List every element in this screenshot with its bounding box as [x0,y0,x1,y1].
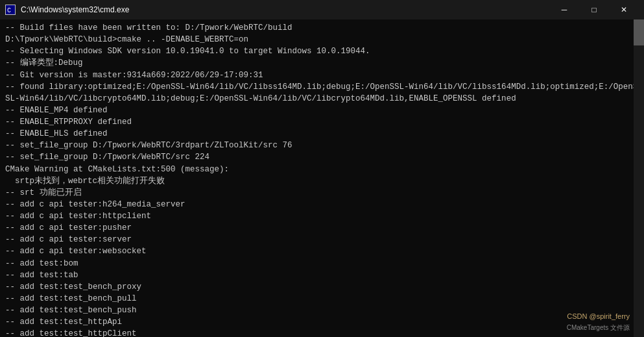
title-bar: C C:\Windows\system32\cmd.exe ─ □ ✕ [0,0,644,19]
terminal-line: -- add test:test_httpApi [5,316,639,328]
terminal-line: -- Selecting Windows SDK version 10.0.19… [5,45,639,57]
scrollbar[interactable] [634,19,644,337]
terminal-line: -- add test:test_bench_push [5,305,639,316]
terminal-line: D:\Tpwork\WebRTC\build>cmake .. -DENABLE… [5,34,639,45]
terminal-line: -- add test:bom [5,258,639,269]
terminal-line: -- add c api tester:h264_media_server [5,199,639,210]
terminal-line: -- add c api tester:pusher [5,222,639,234]
terminal-line: CMake Warning at CMakeLists.txt:500 (mes… [5,164,639,175]
close-button[interactable]: ✕ [609,0,639,19]
terminal-line: -- add c api tester:server [5,234,639,245]
terminal-line: -- add test:test_bench_proxy [5,281,639,293]
terminal-line: -- add test:test_httpClient [5,328,639,337]
watermark-line1: CSDN @spirit_ferry [567,311,630,323]
watermark: CSDN @spirit_ferry CMakeTargets 文件源 [567,311,630,333]
terminal-line: -- ENABLE_HLS defined [5,128,639,140]
cmd-icon: C [5,5,16,15]
maximize-button[interactable]: □ [579,0,609,19]
terminal-line: -- 编译类型:Debug [5,57,639,69]
terminal-line: -- ENABLE_MP4 defined [5,105,639,116]
terminal-line: -- set_file_group D:/Tpwork/WebRTC/src 2… [5,151,639,163]
svg-text:C: C [7,7,11,14]
terminal-line: -- add c api tester:httpclient [5,210,639,222]
terminal-line: -- add test:tab [5,269,639,281]
terminal-output: -- Build files have been written to: D:/… [0,19,644,337]
terminal-line: -- srt 功能已开启 [5,187,639,199]
watermark-line2: CMakeTargets 文件源 [567,323,630,333]
terminal-text: -- Build files have been written to: D:/… [5,22,639,337]
terminal-line: -- add test:test_bench_pull [5,293,639,305]
cmd-window: C C:\Windows\system32\cmd.exe ─ □ ✕ -- B… [0,0,644,337]
terminal-line: -- set_file_group D:/Tpwork/WebRTC/3rdpa… [5,140,639,151]
terminal-line: -- Build files have been written to: D:/… [5,22,639,34]
window-controls: ─ □ ✕ [549,0,639,19]
terminal-line: -- ENABLE_RTPPROXY defined [5,116,639,128]
terminal-line: -- Git version is master:9314a669:2022/0… [5,69,639,81]
terminal-line: srtp未找到，webrtc相关功能打开失败 [5,175,639,187]
title-bar-left: C C:\Windows\system32\cmd.exe [5,5,129,15]
terminal-line: -- found library:optimized;E:/OpenSSL-Wi… [5,81,639,105]
terminal-line: -- add c api tester:websocket [5,245,639,257]
minimize-button[interactable]: ─ [549,0,579,19]
window-title: C:\Windows\system32\cmd.exe [21,5,129,14]
scrollbar-thumb[interactable] [634,19,644,45]
